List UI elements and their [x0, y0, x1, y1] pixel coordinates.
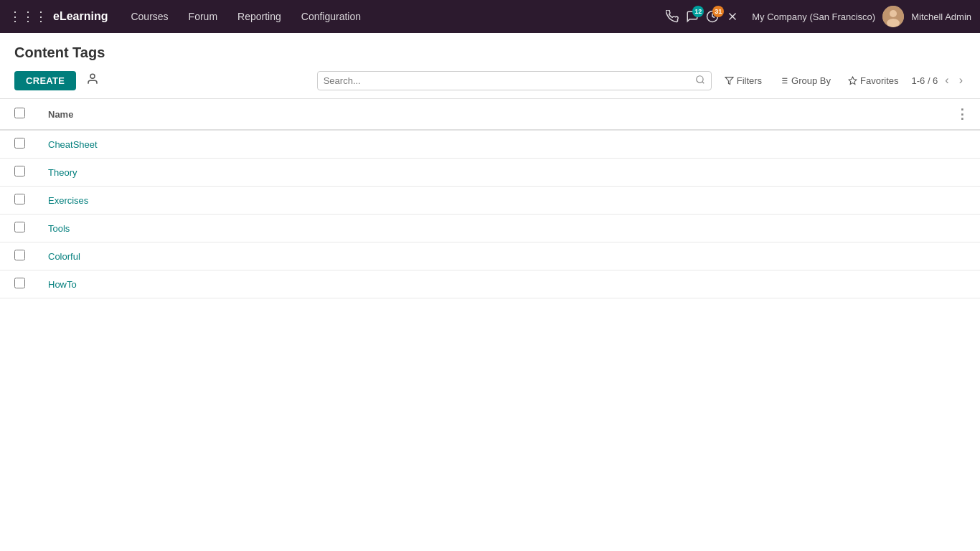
toolbar-right: Filters Group By Favorites — [317, 71, 966, 90]
svg-point-5 — [887, 19, 900, 27]
svg-marker-16 — [849, 77, 857, 84]
row-checkbox-cell — [0, 130, 37, 159]
table-body: CheatSheetTheoryExercisesToolsColorfulHo… — [0, 130, 980, 298]
row-checkbox[interactable] — [14, 222, 25, 232]
messages-icon-btn[interactable]: 12 — [686, 10, 699, 23]
table-row: Colorful — [0, 242, 980, 270]
header-actions[interactable]: ⋮ — [944, 99, 980, 130]
search-icon — [695, 75, 705, 87]
avatar[interactable] — [882, 6, 904, 27]
row-checkbox-cell — [0, 215, 37, 242]
row-checkbox[interactable] — [14, 278, 25, 288]
groupby-label: Group By — [791, 75, 831, 86]
tools-icon-btn[interactable] — [726, 10, 739, 23]
row-checkbox-cell — [0, 159, 37, 187]
table-row: Theory — [0, 159, 980, 187]
row-name[interactable]: Colorful — [37, 242, 944, 270]
header-checkbox[interactable] — [0, 99, 37, 130]
row-checkbox-cell — [0, 270, 37, 298]
apps-icon[interactable]: ⋮⋮⋮ — [9, 9, 47, 24]
row-checkbox-cell — [0, 242, 37, 270]
svg-point-4 — [890, 10, 897, 17]
row-name[interactable]: CheatSheet — [37, 130, 944, 159]
row-actions — [944, 242, 980, 270]
search-input[interactable] — [324, 75, 695, 86]
row-name[interactable]: HowTo — [37, 270, 944, 298]
nav-courses[interactable]: Courses — [122, 6, 176, 27]
row-actions — [944, 130, 980, 159]
row-actions — [944, 187, 980, 215]
select-all-checkbox[interactable] — [14, 108, 25, 118]
favorites-label: Favorites — [860, 75, 898, 86]
header-name[interactable]: Name — [37, 99, 944, 130]
messages-badge: 12 — [692, 6, 704, 17]
search-bar — [317, 71, 712, 90]
favorites-button[interactable]: Favorites — [844, 72, 903, 89]
row-checkbox[interactable] — [14, 166, 25, 176]
top-navigation: ⋮⋮⋮ eLearning Courses Forum Reporting Co… — [0, 0, 980, 33]
column-options-icon[interactable]: ⋮ — [956, 107, 969, 121]
content-tags-table: Name ⋮ CheatSheetTheoryExercisesToolsCol… — [0, 99, 980, 298]
table-header-row: Name ⋮ — [0, 99, 980, 130]
company-name[interactable]: My Company (San Francisco) — [752, 11, 875, 22]
filters-button[interactable]: Filters — [720, 72, 766, 89]
table-row: HowTo — [0, 270, 980, 298]
row-checkbox[interactable] — [14, 250, 25, 260]
pagination: 1-6 / 6 ‹ › — [911, 72, 966, 88]
username[interactable]: Mitchell Admin — [911, 11, 971, 22]
groupby-button[interactable]: Group By — [775, 72, 835, 89]
page-title: Content Tags — [14, 44, 966, 61]
table-row: Exercises — [0, 187, 980, 215]
toolbar-left: CREATE — [14, 70, 103, 91]
table-row: CheatSheet — [0, 130, 980, 159]
activity-icon-btn[interactable]: 31 — [706, 10, 719, 23]
page-wrapper: Content Tags CREATE — [0, 33, 980, 551]
topnav-right: 12 31 My Company (San Francisco) Mitchel… — [666, 6, 971, 27]
activity-badge: 31 — [712, 6, 724, 17]
row-checkbox[interactable] — [14, 138, 25, 149]
import-button[interactable] — [82, 70, 103, 91]
svg-line-8 — [702, 81, 704, 83]
row-checkbox[interactable] — [14, 194, 25, 204]
row-name[interactable]: Tools — [37, 215, 944, 242]
pagination-text: 1-6 / 6 — [911, 75, 938, 86]
create-button[interactable]: CREATE — [14, 71, 76, 90]
filters-label: Filters — [737, 75, 762, 86]
pagination-prev[interactable]: ‹ — [942, 72, 951, 88]
row-name[interactable]: Theory — [37, 159, 944, 187]
page-header: Content Tags CREATE — [0, 33, 980, 99]
svg-point-7 — [696, 75, 702, 82]
svg-marker-9 — [725, 77, 733, 84]
nav-forum[interactable]: Forum — [180, 6, 226, 27]
nav-menu: Courses Forum Reporting Configuration — [122, 6, 666, 27]
pagination-next[interactable]: › — [956, 72, 966, 88]
brand-logo[interactable]: eLearning — [53, 10, 108, 23]
nav-reporting[interactable]: Reporting — [229, 6, 290, 27]
row-actions — [944, 270, 980, 298]
row-name[interactable]: Exercises — [37, 187, 944, 215]
nav-configuration[interactable]: Configuration — [293, 6, 369, 27]
row-actions — [944, 159, 980, 187]
table-row: Tools — [0, 215, 980, 242]
row-actions — [944, 215, 980, 242]
row-checkbox-cell — [0, 187, 37, 215]
phone-icon-btn[interactable] — [666, 10, 679, 23]
toolbar: CREATE — [14, 70, 966, 98]
svg-point-6 — [90, 74, 95, 78]
